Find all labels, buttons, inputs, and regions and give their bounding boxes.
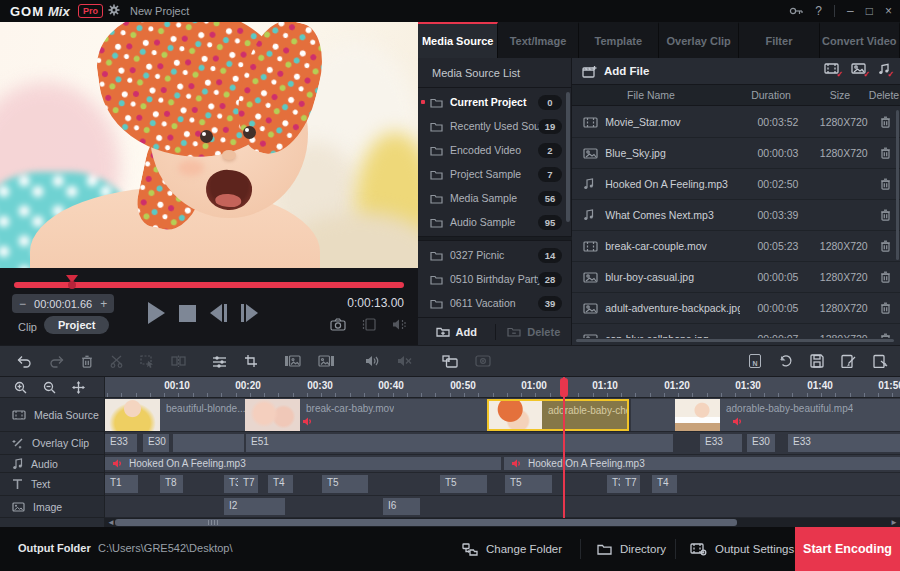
file-row[interactable]: blur-boy-casual.jpg 00:00:05 1280X720 bbox=[572, 262, 900, 293]
tab[interactable]: Convert Video bbox=[820, 22, 900, 58]
help-icon[interactable]: ? bbox=[815, 4, 822, 18]
zoom-in-icon[interactable] bbox=[14, 381, 27, 394]
add-image-icon[interactable] bbox=[851, 63, 866, 75]
crop-icon[interactable] bbox=[244, 354, 258, 368]
current-time-stepper[interactable]: − 00:00:01.66 + bbox=[12, 294, 114, 313]
delete-file-button[interactable] bbox=[871, 271, 900, 283]
tab[interactable]: Text/Image bbox=[498, 22, 578, 58]
snapshot-camera-icon[interactable] bbox=[330, 318, 346, 331]
select-region-icon[interactable] bbox=[140, 355, 154, 368]
text-block[interactable]: T8 bbox=[160, 475, 183, 493]
overlay-block[interactable]: E33 bbox=[700, 434, 742, 452]
scroll-right-arrow[interactable]: ► bbox=[890, 518, 898, 527]
media-source-folder[interactable]: 0510 Birthday Party 28 bbox=[418, 267, 572, 291]
sound-detach-icon[interactable] bbox=[392, 318, 406, 331]
file-row[interactable]: adult-adventure-backpack.jpg 00:00:05 12… bbox=[572, 293, 900, 324]
delete-file-button[interactable] bbox=[871, 302, 900, 314]
file-list-horizontal-scrollbar[interactable] bbox=[576, 339, 894, 342]
image-track[interactable]: I2 I6 bbox=[105, 496, 900, 518]
previous-frame-button[interactable] bbox=[210, 304, 227, 322]
text-block[interactable]: T1 bbox=[105, 475, 138, 493]
image-block[interactable]: I6 bbox=[383, 498, 420, 515]
license-key-icon[interactable] bbox=[789, 6, 803, 16]
media-source-folder[interactable]: Current Project 0 bbox=[418, 90, 572, 114]
seek-bar[interactable] bbox=[14, 282, 404, 288]
mute-cut-icon[interactable] bbox=[397, 355, 412, 367]
text-track[interactable]: T1 T8 T3 T7 T4 T5 T5 T5 T3 T7 bbox=[105, 473, 900, 496]
delete-clip-icon[interactable] bbox=[81, 355, 93, 368]
mirror-icon[interactable] bbox=[362, 318, 376, 331]
text-block[interactable]: T3 bbox=[224, 475, 238, 493]
media-list-scrollbar[interactable] bbox=[566, 92, 570, 222]
zoom-out-icon[interactable] bbox=[43, 381, 56, 394]
overlay-clip-track[interactable]: E33 E30 E51 E33 E30 E33 bbox=[105, 432, 900, 455]
seek-dot[interactable] bbox=[68, 281, 76, 289]
preview-eye-icon[interactable] bbox=[475, 355, 491, 367]
media-source-folder[interactable]: Project Sample 7 bbox=[418, 162, 572, 186]
directory-button[interactable]: Directory bbox=[597, 527, 666, 571]
track-header[interactable]: Media Source bbox=[0, 398, 104, 432]
text-block[interactable]: T4 bbox=[652, 475, 677, 493]
adjust-sliders-icon[interactable] bbox=[212, 355, 227, 368]
overlay-block[interactable] bbox=[173, 434, 244, 452]
overlay-block[interactable]: E33 bbox=[105, 434, 137, 452]
text-block[interactable]: T4 bbox=[268, 475, 293, 493]
edit-project-icon[interactable] bbox=[841, 354, 856, 368]
tab[interactable]: Overlay Clip bbox=[659, 22, 739, 58]
text-block[interactable]: T5 bbox=[505, 475, 552, 493]
next-frame-button[interactable] bbox=[241, 304, 258, 322]
file-row[interactable]: Blue_Sky.jpg 00:00:03 1280X720 bbox=[572, 138, 900, 169]
media-source-folder[interactable]: Recently Used Source 19 bbox=[418, 114, 572, 138]
timeline-clip[interactable]: adorable-baby-cheerf... bbox=[487, 399, 629, 431]
maximize-button[interactable]: □ bbox=[866, 4, 873, 18]
image-block[interactable]: I2 bbox=[224, 498, 285, 515]
close-button[interactable]: × bbox=[885, 4, 892, 18]
overlay-block[interactable]: E33 bbox=[788, 434, 900, 452]
track-header[interactable]: Audio bbox=[0, 455, 104, 473]
gear-icon[interactable] bbox=[108, 4, 120, 16]
media-source-folder[interactable]: 0611 Vacation 39 bbox=[418, 291, 572, 315]
new-project-icon[interactable]: N bbox=[749, 354, 761, 368]
media-source-folder[interactable]: Encoded Video 2 bbox=[418, 138, 572, 162]
file-list-vertical-scrollbar[interactable] bbox=[896, 110, 899, 260]
transition-in-icon[interactable] bbox=[284, 355, 301, 367]
project-mode-button[interactable]: Project bbox=[44, 316, 109, 334]
timeline-ruler[interactable]: 00:10 00:20 00:30 00:40 00:50 01:00 01:1… bbox=[105, 377, 900, 398]
timeline-clip[interactable] bbox=[631, 399, 675, 431]
delete-file-button[interactable] bbox=[871, 333, 900, 338]
delete-folder-button[interactable]: Delete bbox=[496, 326, 573, 338]
transition-out-icon[interactable] bbox=[318, 355, 335, 367]
file-row[interactable]: What Comes Next.mp3 00:03:39 bbox=[572, 200, 900, 231]
minimize-button[interactable]: – bbox=[847, 4, 854, 18]
media-source-folder[interactable]: 0327 Picnic 14 bbox=[418, 243, 572, 267]
change-folder-button[interactable]: Change Folder bbox=[462, 527, 562, 571]
open-project-icon[interactable] bbox=[778, 354, 793, 368]
timeline-scrollbar-thumb[interactable] bbox=[115, 519, 737, 526]
add-audio-icon[interactable] bbox=[878, 63, 890, 75]
redo-icon[interactable] bbox=[49, 355, 64, 368]
text-block[interactable]: T7 bbox=[620, 475, 640, 493]
file-row[interactable]: Hooked On A Feeling.mp3 00:02:50 bbox=[572, 169, 900, 200]
overlay-block[interactable]: E30 bbox=[143, 434, 169, 452]
tab[interactable]: Filter bbox=[739, 22, 819, 58]
save-project-icon[interactable] bbox=[810, 354, 824, 368]
track-header[interactable]: Overlay Clip bbox=[0, 432, 104, 455]
timeline-scrollbar[interactable]: ◄ ► bbox=[105, 518, 900, 527]
file-row[interactable]: Movie_Star.mov 00:03:52 1280X720 bbox=[572, 107, 900, 138]
add-folder-button[interactable]: Add bbox=[418, 326, 495, 338]
text-block[interactable]: T5 bbox=[322, 475, 368, 493]
media-source-folder[interactable]: Audio Sample 95 bbox=[418, 210, 572, 234]
stop-button[interactable] bbox=[179, 305, 196, 322]
timeline-clip[interactable]: adorable-baby-beautiful.mp4 bbox=[675, 399, 900, 431]
play-button[interactable] bbox=[148, 302, 165, 324]
pan-move-icon[interactable] bbox=[72, 381, 85, 394]
scroll-left-arrow[interactable]: ◄ bbox=[107, 518, 115, 527]
clip-mode-label[interactable]: Clip bbox=[18, 321, 37, 333]
timeline-clip[interactable]: beautiful-blonde... bbox=[105, 399, 245, 431]
file-row[interactable]: cap-blur-cellphone.jpg 00:00:07 1280X720 bbox=[572, 324, 900, 338]
text-block[interactable]: T7 bbox=[238, 475, 258, 493]
output-settings-button[interactable]: Output Settings bbox=[690, 527, 794, 571]
file-row[interactable]: break-car-couple.mov 00:05:23 1280X720 bbox=[572, 231, 900, 262]
undo-icon[interactable] bbox=[17, 355, 32, 368]
start-encoding-button[interactable]: Start Encoding bbox=[795, 527, 900, 571]
